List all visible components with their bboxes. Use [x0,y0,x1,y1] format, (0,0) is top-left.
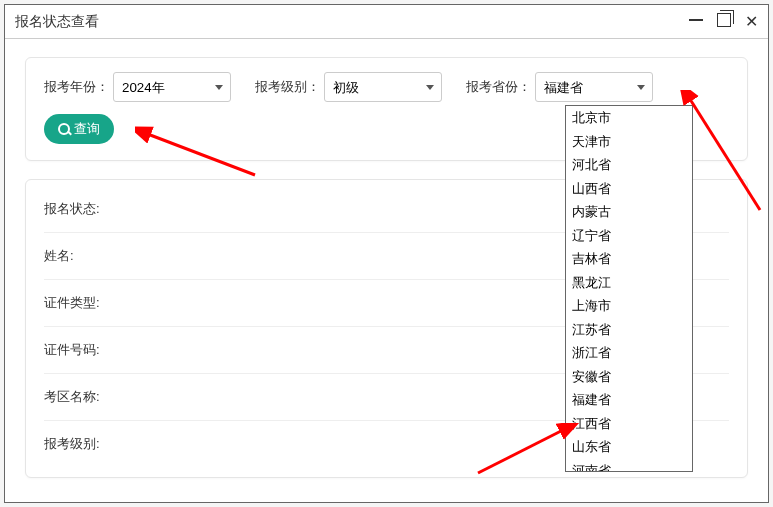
province-option[interactable]: 江西省 [566,412,692,436]
province-dropdown[interactable]: 北京市天津市河北省山西省内蒙古辽宁省吉林省黑龙江上海市江苏省浙江省安徽省福建省江… [565,105,693,472]
year-field: 报考年份： 2024年 [44,72,231,102]
province-option[interactable]: 北京市 [566,106,692,130]
query-button[interactable]: 查询 [44,114,114,144]
label-status: 报名状态: [44,200,100,218]
filter-row: 报考年份： 2024年 报考级别： 初级 [44,72,729,102]
province-option[interactable]: 山西省 [566,177,692,201]
title-bar: 报名状态查看 ✕ [5,5,768,39]
province-option[interactable]: 江苏省 [566,318,692,342]
province-option[interactable]: 内蒙古 [566,200,692,224]
maximize-icon[interactable] [717,13,731,30]
dialog-title: 报名状态查看 [15,13,689,31]
label-id-no: 证件号码: [44,341,100,359]
province-option[interactable]: 黑龙江 [566,271,692,295]
minimize-icon[interactable] [689,13,703,30]
dialog-window: 报名状态查看 ✕ 报考年份： 2024年 报考级别： [4,4,769,503]
province-option[interactable]: 天津市 [566,130,692,154]
label-area: 考区名称: [44,388,100,406]
year-label: 报考年份： [44,78,109,96]
close-icon[interactable]: ✕ [745,15,758,29]
level-select[interactable]: 初级 [324,72,442,102]
label-id-type: 证件类型: [44,294,100,312]
province-option[interactable]: 辽宁省 [566,224,692,248]
province-label: 报考省份： [466,78,531,96]
level-label: 报考级别： [255,78,320,96]
province-field: 报考省份： 福建省 [466,72,653,102]
province-option[interactable]: 浙江省 [566,341,692,365]
province-option[interactable]: 河北省 [566,153,692,177]
year-select[interactable]: 2024年 [113,72,231,102]
search-icon [58,123,70,135]
query-button-label: 查询 [74,120,100,138]
label-level: 报考级别: [44,435,100,453]
window-controls: ✕ [689,13,758,30]
province-option[interactable]: 河南省 [566,459,692,473]
level-field: 报考级别： 初级 [255,72,442,102]
province-select[interactable]: 福建省 [535,72,653,102]
province-option[interactable]: 吉林省 [566,247,692,271]
province-option[interactable]: 安徽省 [566,365,692,389]
province-option[interactable]: 上海市 [566,294,692,318]
label-name: 姓名: [44,247,74,265]
province-option[interactable]: 山东省 [566,435,692,459]
province-option[interactable]: 福建省 [566,388,692,412]
